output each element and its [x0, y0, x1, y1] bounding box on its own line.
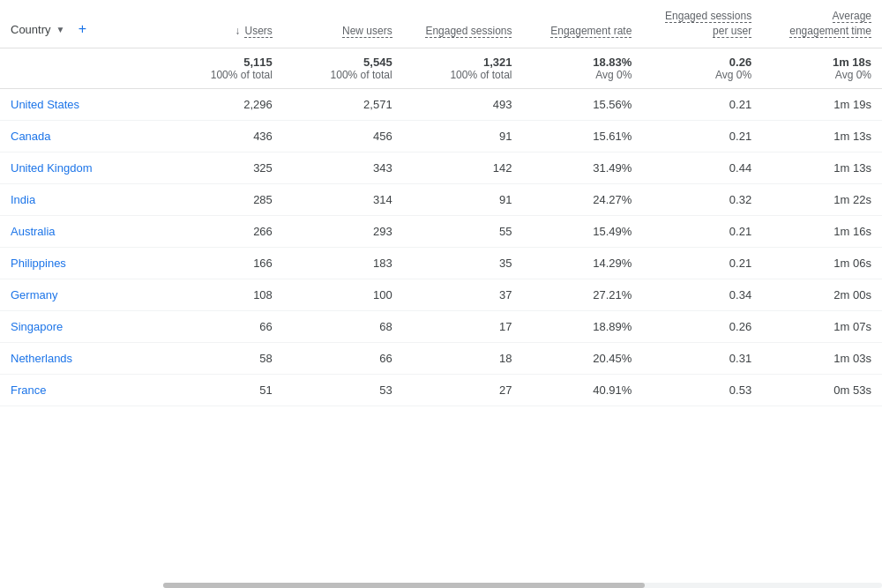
new-users-cell: 100	[283, 279, 403, 310]
users-cell: 108	[163, 279, 283, 310]
engaged-sessions-cell: 142	[403, 152, 523, 183]
engaged-sessions-per-user-cell: 0.31	[642, 342, 762, 374]
table-row: United Kingdom32534314231.49%0.441m 13s	[0, 152, 882, 183]
engagement-rate-header-label: Engagement rate	[550, 25, 632, 38]
average-engagement-time-cell: 0m 53s	[762, 374, 882, 406]
add-dimension-button[interactable]: +	[73, 21, 91, 39]
totals-engaged-sessions-per-user-value: 0.26	[729, 56, 751, 69]
engagement-rate-cell: 15.49%	[522, 215, 642, 247]
average-engagement-time-cell: 1m 06s	[762, 247, 882, 279]
average-engagement-time-cell: 2m 00s	[762, 279, 882, 310]
totals-engaged-sessions-pct: 100% of total	[414, 69, 512, 81]
engaged-sessions-per-user-header-label: Engaged sessions per user	[665, 10, 751, 38]
country-column-header[interactable]: Country ▼ +	[0, 0, 163, 48]
totals-engagement-rate-value: 18.83%	[593, 56, 632, 69]
new-users-cell: 343	[283, 152, 403, 183]
users-cell: 436	[163, 120, 283, 152]
engagement-rate-column-header[interactable]: Engagement rate	[522, 0, 642, 48]
table-header-row: Country ▼ + ↓ Users New users Engaged se…	[0, 0, 882, 48]
engagement-rate-cell: 27.21%	[522, 279, 642, 310]
totals-average-engagement-time-value: 1m 18s	[833, 56, 871, 69]
new-users-cell: 2,571	[283, 88, 403, 120]
engaged-sessions-per-user-cell: 0.21	[642, 247, 762, 279]
engagement-rate-cell: 14.29%	[522, 247, 642, 279]
analytics-table-container[interactable]: Country ▼ + ↓ Users New users Engaged se…	[0, 0, 882, 588]
engaged-sessions-header-label: Engaged sessions	[425, 25, 512, 38]
average-engagement-time-cell: 1m 03s	[762, 342, 882, 374]
engagement-rate-cell: 20.45%	[522, 342, 642, 374]
table-row: Australia2662935515.49%0.211m 16s	[0, 215, 882, 247]
average-engagement-time-cell: 1m 13s	[762, 152, 882, 183]
users-cell: 58	[163, 342, 283, 374]
engaged-sessions-per-user-cell: 0.44	[642, 152, 762, 183]
table-row: Philippines1661833514.29%0.211m 06s	[0, 247, 882, 279]
users-cell: 2,296	[163, 88, 283, 120]
engaged-sessions-cell: 493	[403, 88, 523, 120]
average-engagement-time-header-label: Average engagement time	[789, 10, 871, 38]
engaged-sessions-cell: 18	[403, 342, 523, 374]
engaged-sessions-per-user-cell: 0.26	[642, 310, 762, 342]
totals-new-users-cell: 5,545 100% of total	[283, 48, 403, 88]
engagement-rate-cell: 31.49%	[522, 152, 642, 183]
totals-average-engagement-time-avg: Avg 0%	[773, 69, 871, 81]
totals-average-engagement-time-cell: 1m 18s Avg 0%	[762, 48, 882, 88]
average-engagement-time-column-header[interactable]: Average engagement time	[762, 0, 882, 48]
new-users-cell: 183	[283, 247, 403, 279]
scrollbar-thumb[interactable]	[163, 583, 645, 588]
users-cell: 51	[163, 374, 283, 406]
country-cell[interactable]: United States	[0, 88, 163, 120]
totals-engaged-sessions-value: 1,321	[483, 56, 512, 69]
engaged-sessions-per-user-cell: 0.21	[642, 88, 762, 120]
average-engagement-time-cell: 1m 16s	[762, 215, 882, 247]
totals-engagement-rate-cell: 18.83% Avg 0%	[522, 48, 642, 88]
users-cell: 325	[163, 152, 283, 183]
engagement-rate-cell: 24.27%	[522, 183, 642, 215]
engaged-sessions-cell: 55	[403, 215, 523, 247]
new-users-cell: 53	[283, 374, 403, 406]
average-engagement-time-cell: 1m 19s	[762, 88, 882, 120]
scrollbar-track[interactable]	[163, 583, 882, 588]
engagement-rate-cell: 15.56%	[522, 88, 642, 120]
new-users-cell: 66	[283, 342, 403, 374]
engaged-sessions-cell: 37	[403, 279, 523, 310]
totals-users-value: 5,115	[243, 56, 273, 69]
analytics-table: Country ▼ + ↓ Users New users Engaged se…	[0, 0, 882, 406]
engaged-sessions-per-user-cell: 0.32	[642, 183, 762, 215]
totals-engaged-sessions-per-user-avg: Avg 0%	[653, 69, 751, 81]
new-users-cell: 314	[283, 183, 403, 215]
country-cell[interactable]: Australia	[0, 215, 163, 247]
table-row: India2853149124.27%0.321m 22s	[0, 183, 882, 215]
users-cell: 66	[163, 310, 283, 342]
table-row: Canada4364569115.61%0.211m 13s	[0, 120, 882, 152]
country-cell[interactable]: Netherlands	[0, 342, 163, 374]
table-row: Germany1081003727.21%0.342m 00s	[0, 279, 882, 310]
engagement-rate-cell: 18.89%	[522, 310, 642, 342]
engaged-sessions-per-user-cell: 0.21	[642, 215, 762, 247]
country-cell[interactable]: Germany	[0, 279, 163, 310]
engagement-rate-cell: 15.61%	[522, 120, 642, 152]
engaged-sessions-cell: 91	[403, 183, 523, 215]
new-users-column-header[interactable]: New users	[283, 0, 403, 48]
engaged-sessions-cell: 35	[403, 247, 523, 279]
users-cell: 285	[163, 183, 283, 215]
engaged-sessions-per-user-column-header[interactable]: Engaged sessions per user	[642, 0, 762, 48]
new-users-header-label: New users	[342, 25, 392, 38]
users-header-label: Users	[244, 25, 272, 38]
engaged-sessions-column-header[interactable]: Engaged sessions	[403, 0, 523, 48]
engaged-sessions-per-user-cell: 0.34	[642, 279, 762, 310]
average-engagement-time-cell: 1m 07s	[762, 310, 882, 342]
totals-users-pct: 100% of total	[174, 69, 273, 81]
engaged-sessions-cell: 27	[403, 374, 523, 406]
country-cell[interactable]: Philippines	[0, 247, 163, 279]
engaged-sessions-per-user-cell: 0.53	[642, 374, 762, 406]
country-cell[interactable]: India	[0, 183, 163, 215]
users-column-header[interactable]: ↓ Users	[163, 0, 283, 48]
country-cell[interactable]: Canada	[0, 120, 163, 152]
engaged-sessions-cell: 91	[403, 120, 523, 152]
totals-new-users-value: 5,545	[363, 56, 392, 69]
country-header-label: Country	[11, 22, 51, 38]
country-cell[interactable]: United Kingdom	[0, 152, 163, 183]
country-cell[interactable]: Singapore	[0, 310, 163, 342]
country-cell[interactable]: France	[0, 374, 163, 406]
chevron-down-icon: ▼	[56, 24, 65, 36]
